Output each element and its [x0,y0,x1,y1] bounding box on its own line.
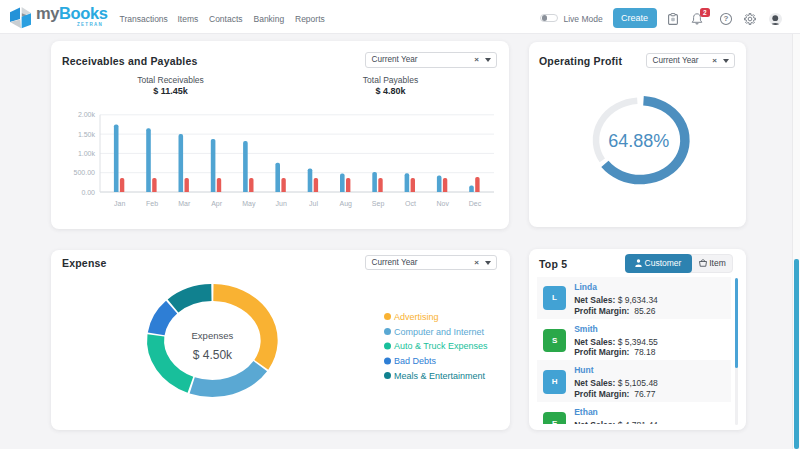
svg-text:Meals & Entertainment: Meals & Entertainment [394,370,486,380]
svg-text:500.00: 500.00 [74,169,96,176]
svg-text:0.00: 0.00 [81,189,95,196]
svg-text:Jun: Jun [276,200,287,207]
svg-text:2.00k: 2.00k [78,111,96,118]
svg-text:64.88%: 64.88% [608,131,669,151]
svg-text:May: May [242,200,256,208]
svg-text:Aug: Aug [340,200,353,208]
svg-text:Nov: Nov [436,200,449,207]
svg-text:Auto & Truck Expenses: Auto & Truck Expenses [394,341,488,351]
svg-text:Feb: Feb [146,200,158,207]
svg-text:Expenses: Expenses [192,330,234,341]
svg-text:Jul: Jul [309,200,318,207]
svg-text:Mar: Mar [178,200,191,207]
svg-text:Dec: Dec [469,200,482,207]
svg-text:Apr: Apr [211,200,223,208]
svg-text:1.50k: 1.50k [78,131,96,138]
svg-text:Jan: Jan [114,200,125,207]
svg-text:Oct: Oct [405,200,416,207]
svg-text:Computer and Internet: Computer and Internet [394,326,485,336]
svg-text:$ 4.50k: $ 4.50k [193,347,233,361]
svg-text:Advertising: Advertising [394,311,439,321]
svg-text:Bad Debts: Bad Debts [394,355,437,365]
svg-text:1.00k: 1.00k [78,150,96,157]
svg-text:Sep: Sep [372,200,385,208]
